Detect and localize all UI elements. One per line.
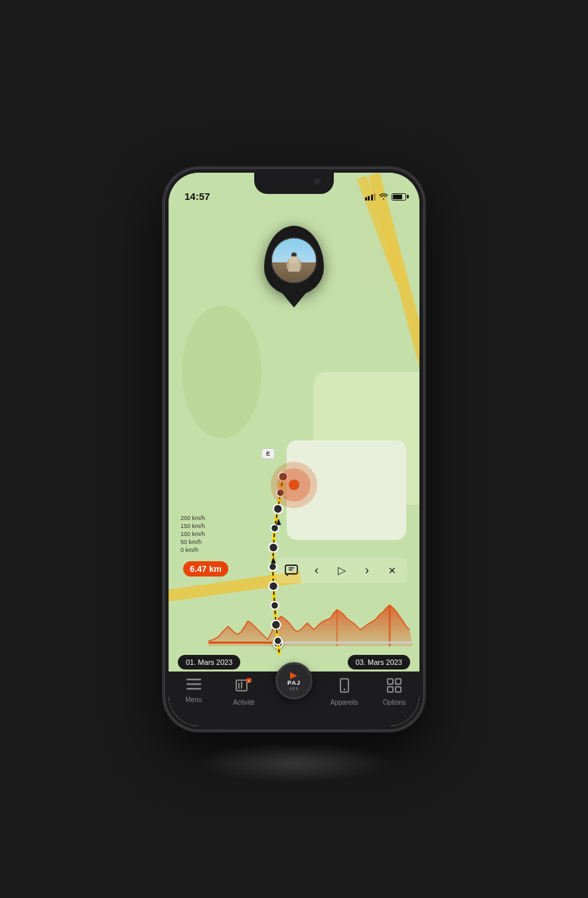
paj-logo: ▶ PAJ GPS <box>275 662 313 699</box>
activity-label: Activité <box>233 699 254 706</box>
phone-screen: E 200 km/h 150 km/h 100 km/h 50 km/h 0 k… <box>169 173 419 726</box>
location-pin[interactable] <box>264 226 324 296</box>
nav-devices[interactable]: Appareils <box>325 678 364 706</box>
tracker-avatar <box>272 238 316 282</box>
nav-menu[interactable]: Menu <box>174 678 214 703</box>
menu-icon <box>186 678 201 693</box>
message-button[interactable] <box>283 562 300 579</box>
bottom-nav: Menu ! Activité ▶ <box>169 672 419 726</box>
speed-200: 200 km/h <box>181 515 205 521</box>
battery-icon <box>392 193 406 201</box>
scrubber-track-right <box>283 642 413 644</box>
speed-100: 100 km/h <box>181 531 205 537</box>
end-date[interactable]: 03. Mars 2023 <box>348 655 410 670</box>
timeline-scrubber[interactable] <box>208 636 413 650</box>
nav-options[interactable]: Options <box>374 678 414 706</box>
svg-rect-31 <box>388 679 393 684</box>
speed-0: 0 km/h <box>181 547 205 553</box>
devices-label: Appareils <box>331 699 358 706</box>
nav-activity[interactable]: ! Activité <box>224 678 263 706</box>
speed-tag: E <box>261 448 275 459</box>
play-button[interactable]: ▷ <box>333 562 350 579</box>
wifi-icon <box>379 192 388 202</box>
pulse-center <box>289 480 299 490</box>
signal-icon <box>365 193 376 201</box>
map-tree-area <box>182 306 261 438</box>
pin-body <box>264 226 324 296</box>
devices-icon <box>338 678 350 696</box>
svg-point-3 <box>273 504 283 513</box>
svg-rect-33 <box>388 687 393 692</box>
playback-controls: ‹ ▷ › ✕ <box>276 558 407 583</box>
distance-badge: 6.47 km <box>183 561 228 577</box>
close-button[interactable]: ✕ <box>384 562 401 579</box>
menu-label: Menu <box>185 696 202 703</box>
notch <box>254 173 334 194</box>
next-button[interactable]: › <box>358 562 376 579</box>
nav-paj[interactable]: ▶ PAJ GPS <box>274 662 314 699</box>
scrubber-thumb[interactable] <box>273 638 283 648</box>
options-label: Options <box>383 699 405 706</box>
scrubber-track-left <box>208 642 273 644</box>
svg-rect-32 <box>396 679 401 684</box>
speed-scale: 200 km/h 150 km/h 100 km/h 50 km/h 0 km/… <box>181 515 205 553</box>
options-icon <box>387 678 402 696</box>
svg-point-5 <box>269 543 278 552</box>
svg-rect-34 <box>396 687 401 692</box>
speed-150: 150 km/h <box>181 523 205 529</box>
svg-marker-11 <box>276 518 281 525</box>
svg-point-30 <box>343 688 345 690</box>
start-date[interactable]: 01. Mars 2023 <box>178 655 240 670</box>
pin-photo <box>271 237 317 284</box>
phone-reflection <box>194 743 394 783</box>
svg-text:!: ! <box>248 679 250 683</box>
status-icons <box>365 192 407 202</box>
prev-button[interactable]: ‹ <box>308 562 325 579</box>
phone-frame: E 200 km/h 150 km/h 100 km/h 50 km/h 0 k… <box>165 169 423 730</box>
speed-50: 50 km/h <box>181 539 205 545</box>
svg-point-4 <box>271 524 279 532</box>
activity-icon: ! <box>236 678 252 696</box>
map-view[interactable]: E 200 km/h 150 km/h 100 km/h 50 km/h 0 k… <box>169 173 419 726</box>
svg-marker-12 <box>271 557 276 563</box>
camera-dot <box>314 178 321 185</box>
